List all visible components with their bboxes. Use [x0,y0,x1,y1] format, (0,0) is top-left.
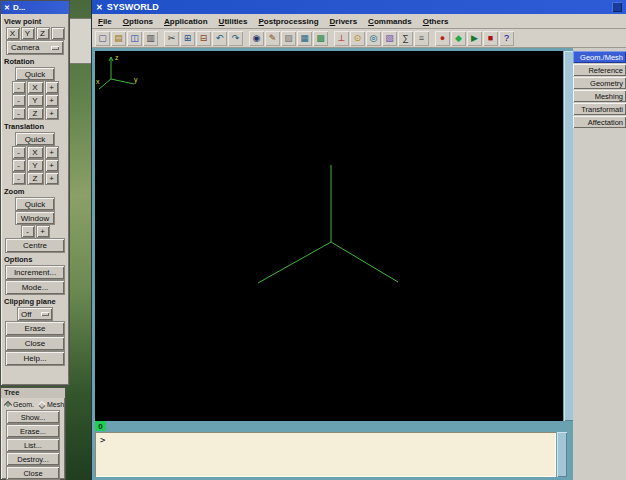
print-icon[interactable]: ▥ [143,31,158,46]
axis-y-label: y [134,76,138,84]
panel-meshing-button[interactable]: Meshing [573,90,626,102]
axis-z-label: z [115,54,119,61]
tree-palette-titlebar[interactable]: Tree [1,388,65,398]
mesh-radio[interactable]: Mesh [39,401,64,408]
erase-button[interactable]: Erase [6,322,64,335]
toolbar-separator [244,31,248,46]
window-maximize-button[interactable] [612,2,622,12]
menu-application[interactable]: Application [164,17,208,26]
viewpoint-palette-titlebar[interactable]: ✕ D... [1,1,69,14]
rotation-x-minus-button[interactable]: - [13,82,25,93]
mesh-radio-diamond-icon [38,400,46,408]
undo-icon[interactable]: ↶ [212,31,227,46]
panel-geom-mesh-button[interactable]: Geom./Mesh [573,51,626,63]
new-file-icon[interactable]: ▢ [95,31,110,46]
right-tool-panel: Geom./Mesh Reference Geometry Meshing Tr… [573,48,626,480]
element-icon[interactable]: ◆ [451,31,466,46]
camera-dropdown[interactable]: Camera [7,41,63,54]
rotation-y-minus-button[interactable]: - [13,95,25,106]
light-icon[interactable]: ⊙ [350,31,365,46]
menu-postprocessing[interactable]: Postprocessing [259,17,319,26]
zoom-window-button[interactable]: Window [16,212,54,224]
panel-geometry-button[interactable]: Geometry [573,77,626,89]
cut-icon[interactable]: ✂ [164,31,179,46]
command-input[interactable]: > [95,432,556,477]
rotation-y-plus-button[interactable]: + [46,95,58,106]
zoom-quick-button[interactable]: Quick [16,198,54,210]
zoom-plus-button[interactable]: + [37,226,49,237]
paste-icon[interactable]: ⊟ [196,31,211,46]
node-icon[interactable]: ● [435,31,450,46]
menu-options[interactable]: Options [123,17,153,26]
view-icon[interactable]: ◎ [366,31,381,46]
translation-z-button[interactable]: Z [28,173,43,184]
play-icon[interactable]: ▶ [467,31,482,46]
tree-list-button[interactable]: List... [7,439,59,451]
translation-z-minus-button[interactable]: - [13,173,25,184]
grid-icon[interactable]: ▦ [297,31,312,46]
rotation-y-button[interactable]: Y [28,95,43,106]
viewport-canvas[interactable]: z x y [95,51,563,421]
open-folder-icon[interactable]: ▤ [111,31,126,46]
chart-icon[interactable]: ▧ [382,31,397,46]
tree-erase-button[interactable]: Erase... [7,425,59,437]
translation-y-plus-button[interactable]: + [46,160,58,171]
clipping-plane-dropdown[interactable]: Off [18,308,52,320]
mode-button[interactable]: Mode... [6,281,64,294]
window-close-icon[interactable]: ✕ [96,3,103,12]
rotation-x-plus-button[interactable]: + [46,82,58,93]
panel-reference-button[interactable]: Reference [573,64,626,76]
translation-z-plus-button[interactable]: + [46,173,58,184]
help-icon[interactable]: ? [499,31,514,46]
stop-icon[interactable]: ■ [483,31,498,46]
menu-others[interactable]: Others [423,17,449,26]
geom-radio[interactable]: Geom. [5,401,34,408]
zoom-icon[interactable]: ◉ [249,31,264,46]
menu-utilities[interactable]: Utilities [219,17,248,26]
viewpoint-extra-button[interactable] [52,28,64,39]
rotation-z-plus-button[interactable]: + [46,108,58,119]
sysworld-titlebar[interactable]: ✕ SYSWORLD [92,0,626,14]
option-menu-mark-icon [51,46,59,50]
translation-x-plus-button[interactable]: + [46,147,58,158]
translation-x-minus-button[interactable]: - [13,147,25,158]
viewpoint-y-button[interactable]: Y [22,28,34,39]
redo-icon[interactable]: ↷ [228,31,243,46]
layers-icon[interactable]: ≡ [414,31,429,46]
command-scrollbar[interactable] [557,432,567,477]
copy-icon[interactable]: ⊞ [180,31,195,46]
help-button[interactable]: Help... [6,352,64,365]
panel-affectation-button[interactable]: Affectation [573,116,626,128]
viewpoint-z-button[interactable]: Z [37,28,49,39]
mesh-icon[interactable]: ▩ [313,31,328,46]
translation-quick-button[interactable]: Quick [16,133,54,145]
translation-x-button[interactable]: X [28,147,43,158]
sum-icon[interactable]: ∑ [398,31,413,46]
viewpoint-x-button[interactable]: X [7,28,19,39]
menu-file[interactable]: File [98,17,112,26]
translation-y-button[interactable]: Y [28,160,43,171]
rotation-quick-button[interactable]: Quick [16,68,54,80]
pencil-icon[interactable]: ✎ [265,31,280,46]
tree-close-button[interactable]: Close [7,467,59,479]
rotation-x-button[interactable]: X [28,82,43,93]
centre-button[interactable]: Centre [6,239,64,252]
orientation-axes-icon: z x y [95,51,141,93]
increment-button[interactable]: Increment... [6,266,64,279]
save-icon[interactable]: ◫ [127,31,142,46]
window-menu-icon[interactable]: ✕ [4,4,10,12]
eraser-icon[interactable]: ▨ [281,31,296,46]
menu-commands[interactable]: Commands [368,17,412,26]
tree-destroy-button[interactable]: Destroy... [7,453,59,465]
rotation-z-button[interactable]: Z [28,108,43,119]
tree-show-button[interactable]: Show... [7,411,59,423]
close-button[interactable]: Close [6,337,64,350]
translation-y-minus-button[interactable]: - [13,160,25,171]
axes-icon[interactable]: ⊥ [334,31,349,46]
axis-x-label: x [96,78,100,85]
rotation-z-minus-button[interactable]: - [13,108,25,119]
panel-transformations-button[interactable]: Transformati [573,103,626,115]
menu-drivers[interactable]: Drivers [330,17,358,26]
zoom-minus-button[interactable]: - [22,226,34,237]
clipping-plane-value: Off [21,310,32,319]
